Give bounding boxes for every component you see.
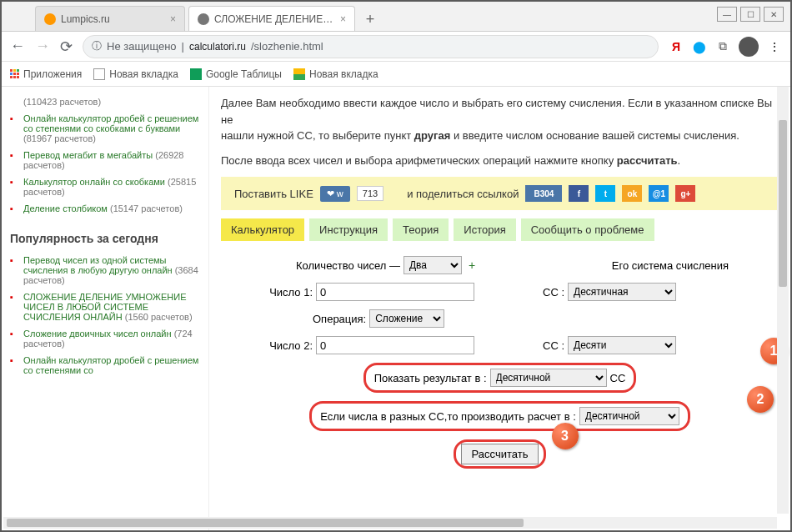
tab-calculator[interactable]: Калькулятор xyxy=(221,218,304,241)
sheets-icon xyxy=(190,68,202,80)
diff-select[interactable]: Десятичной xyxy=(579,407,679,425)
sidebar-link-item[interactable]: ▪Перевод мегабит в мегабайты (26928 расч… xyxy=(10,147,200,173)
tab-instruction[interactable]: Инструкция xyxy=(309,218,388,241)
sidebar-link-item[interactable]: ▪Деление столбиком (15147 расчетов) xyxy=(10,200,200,217)
num1-label: Число 1: xyxy=(221,286,313,299)
vertical-scrollbar[interactable] xyxy=(777,87,789,514)
screenshot-icon[interactable]: ⧉ xyxy=(715,39,730,54)
info-icon: ⓘ xyxy=(92,39,102,53)
calculate-button[interactable]: Рассчитать xyxy=(461,444,539,464)
cc1-label: СС : xyxy=(523,286,564,299)
operation-select[interactable]: Сложение xyxy=(369,309,444,328)
result-label: Показать результат в : xyxy=(374,372,487,384)
instruction-paragraph: После ввода всех чисел и выбора арифмети… xyxy=(221,153,779,169)
extension-icon[interactable]: ⬤ xyxy=(692,39,707,54)
url-input[interactable]: ⓘ Не защищено | calculatori.ru/slozhenie… xyxy=(83,35,659,58)
url-path: /slozhenie.html xyxy=(251,40,323,53)
window-controls: — ☐ ✕ xyxy=(717,7,784,22)
mail-share-button[interactable]: @1 xyxy=(649,185,669,202)
main-content: Далее Вам необходимо ввести каждое число… xyxy=(208,87,790,530)
system-heading: Его система счисления xyxy=(612,259,729,272)
fb-share-button[interactable]: f xyxy=(569,185,589,202)
close-tab-icon[interactable]: × xyxy=(170,13,176,25)
browser-tabs-bar: Lumpics.ru × СЛОЖЕНИЕ ДЕЛЕНИЕ УМНОЖЕ × + xyxy=(2,2,790,32)
close-window-button[interactable]: ✕ xyxy=(764,7,784,22)
bookmark-item[interactable]: Google Таблицы xyxy=(190,68,282,80)
menu-icon[interactable]: ⋮ xyxy=(767,39,782,54)
close-tab-icon[interactable]: × xyxy=(340,13,346,25)
extension-icon[interactable]: Я xyxy=(669,39,684,54)
maximize-button[interactable]: ☐ xyxy=(740,7,760,22)
sidebar-heading: Популярность за сегодня xyxy=(10,232,200,245)
sidebar-count: (110423 расчетов) xyxy=(10,93,200,110)
result-suffix: СС xyxy=(610,372,626,384)
cc1-select[interactable]: Десятичная xyxy=(568,283,676,301)
browser-tab-lumpics[interactable]: Lumpics.ru × xyxy=(35,6,185,31)
count-label: Количество чисел — xyxy=(296,259,400,272)
tab-report[interactable]: Сообщить о проблеме xyxy=(521,218,654,241)
url-domain: calculatori.ru xyxy=(189,41,246,53)
calculator-form: Количество чисел — Два + Его система счи… xyxy=(221,253,779,480)
favicon-icon xyxy=(198,13,209,25)
sidebar-link-item[interactable]: ▪СЛОЖЕНИЕ ДЕЛЕНИЕ УМНОЖЕНИЕ ЧИСЕЛ В ЛЮБО… xyxy=(10,289,200,325)
count-select[interactable]: Два xyxy=(404,256,462,274)
forward-button[interactable]: → xyxy=(35,38,50,55)
sidebar-link-item[interactable]: ▪Перевод чисел из одной системы счислени… xyxy=(10,252,200,289)
cc2-select[interactable]: Десяти xyxy=(568,336,676,354)
annotation-badge-2: 2 xyxy=(747,386,774,413)
minimize-button[interactable]: — xyxy=(717,7,737,22)
page-icon xyxy=(93,68,105,80)
annotation-badge-3: 3 xyxy=(552,423,579,449)
sidebar: (110423 расчетов) ▪Онлайн калькулятор др… xyxy=(2,87,208,530)
bookmarks-bar: Приложения Новая вкладка Google Таблицы … xyxy=(2,62,790,87)
bookmark-item[interactable]: Новая вкладка xyxy=(93,68,178,80)
add-number-button[interactable]: + xyxy=(469,258,475,272)
apps-button[interactable]: Приложения xyxy=(10,68,82,80)
content-tabs: Калькулятор Инструкция Теория История Со… xyxy=(221,218,779,241)
highlight-result: Показать результат в : Десятичной СС xyxy=(363,363,637,393)
share-label: и поделиться ссылкой xyxy=(407,188,519,200)
like-label: Поставить LIKE xyxy=(234,188,313,200)
tab-history[interactable]: История xyxy=(454,218,515,241)
ok-share-button[interactable]: ok xyxy=(622,185,642,202)
image-icon xyxy=(293,68,305,80)
sidebar-link-item[interactable]: ▪Онлайн калькулятор дробей с решением со… xyxy=(10,110,200,147)
like-share-bar: Поставить LIKE ❤ w 713 и поделиться ссыл… xyxy=(221,177,779,210)
like-count: 713 xyxy=(357,186,383,201)
tw-share-button[interactable]: t xyxy=(595,185,615,202)
sidebar-link-item[interactable]: ▪Калькулятор онлайн со скобками (25815 р… xyxy=(10,173,200,200)
tab-title: Lumpics.ru xyxy=(61,13,165,25)
tab-theory[interactable]: Теория xyxy=(393,218,449,241)
url-separator: | xyxy=(182,40,184,53)
num1-input[interactable] xyxy=(316,283,474,301)
bookmark-item[interactable]: Новая вкладка xyxy=(293,68,378,80)
cc2-label: СС : xyxy=(523,339,564,352)
not-secure-label: Не защищено xyxy=(107,40,177,53)
page-content: (110423 расчетов) ▪Онлайн калькулятор др… xyxy=(2,87,790,530)
new-tab-button[interactable]: + xyxy=(358,8,382,31)
favicon-icon xyxy=(44,13,56,25)
profile-avatar[interactable] xyxy=(739,37,759,57)
result-select[interactable]: Десятичной xyxy=(490,369,607,387)
operation-label: Операция: xyxy=(313,313,366,325)
highlight-calc: Рассчитать xyxy=(454,439,547,469)
highlight-diff: Если числа в разных СС,то производить ра… xyxy=(309,401,690,431)
vk-like-button[interactable]: ❤ w xyxy=(320,186,350,202)
instruction-paragraph: Далее Вам необходимо ввести каждое число… xyxy=(221,95,779,144)
browser-tab-calculatori[interactable]: СЛОЖЕНИЕ ДЕЛЕНИЕ УМНОЖЕ × xyxy=(188,6,355,31)
horizontal-scrollbar[interactable] xyxy=(3,517,777,529)
sidebar-link-item[interactable]: ▪Онлайн калькулятор дробей с решением со… xyxy=(10,352,200,379)
sidebar-link-item[interactable]: ▪Сложение двоичных чисел онлайн (724 рас… xyxy=(10,325,200,352)
vk-share-button[interactable]: В 304 xyxy=(525,185,562,202)
gplus-share-button[interactable]: g+ xyxy=(675,185,695,202)
tab-title: СЛОЖЕНИЕ ДЕЛЕНИЕ УМНОЖЕ xyxy=(214,13,335,25)
reload-button[interactable]: ⟳ xyxy=(60,38,73,56)
num2-input[interactable] xyxy=(316,336,474,354)
toolbar-right: Я ⬤ ⧉ ⋮ xyxy=(669,37,782,57)
back-button[interactable]: ← xyxy=(10,38,25,55)
num2-label: Число 2: xyxy=(221,339,313,352)
diff-label: Если числа в разных СС,то производить ра… xyxy=(320,410,576,423)
address-bar: ← → ⟳ ⓘ Не защищено | calculatori.ru/slo… xyxy=(2,32,790,62)
apps-grid-icon xyxy=(10,69,19,78)
